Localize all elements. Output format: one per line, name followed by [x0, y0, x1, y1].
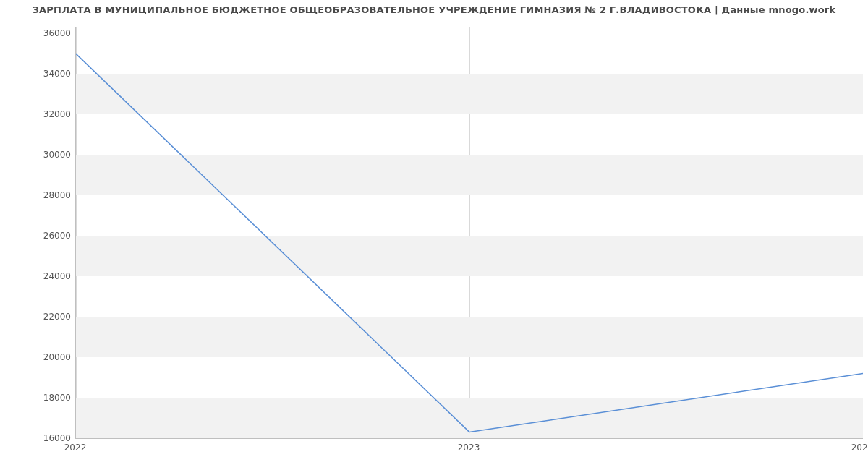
y-tick-label: 30000 — [13, 150, 71, 160]
y-tick-label: 20000 — [13, 352, 71, 362]
chart-container: ЗАРПЛАТА В МУНИЦИПАЛЬНОЕ БЮДЖЕТНОЕ ОБЩЕО… — [0, 0, 868, 470]
chart-title: ЗАРПЛАТА В МУНИЦИПАЛЬНОЕ БЮДЖЕТНОЕ ОБЩЕО… — [0, 4, 868, 15]
y-tick-label: 22000 — [13, 312, 71, 322]
line-series — [76, 27, 863, 438]
plot-area — [75, 27, 863, 439]
x-tick-label: 2024 — [851, 443, 868, 453]
y-tick-label: 26000 — [13, 231, 71, 241]
y-tick-label: 18000 — [13, 393, 71, 403]
x-tick-label: 2023 — [458, 443, 480, 453]
y-tick-label: 32000 — [13, 109, 71, 119]
y-tick-label: 36000 — [13, 28, 71, 38]
y-tick-label: 28000 — [13, 190, 71, 200]
series-salary — [76, 54, 863, 432]
x-tick-label: 2022 — [64, 443, 87, 453]
y-tick-label: 16000 — [13, 433, 71, 443]
y-tick-label: 34000 — [13, 69, 71, 79]
y-tick-label: 24000 — [13, 271, 71, 281]
